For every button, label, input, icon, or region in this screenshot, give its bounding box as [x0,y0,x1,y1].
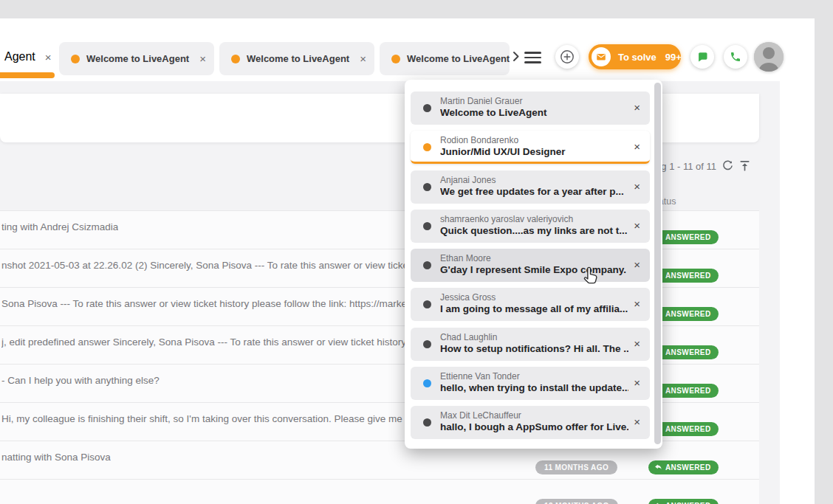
tab-list-item[interactable]: Ettienne Van Tonderhello, when trying to… [411,367,650,400]
close-icon[interactable]: × [634,416,640,427]
status-dot-icon [423,222,431,230]
close-icon[interactable]: × [634,102,640,113]
ticket-preview-text: ting with Andrej Csizmadia [1,221,118,232]
to-solve-label: To solve [618,52,657,63]
cursor-pointer-icon [580,266,601,289]
status-dot-icon [423,183,431,191]
tab-label: Welcome to LiveAgent [407,53,510,64]
add-tab-button[interactable] [555,45,579,69]
tab-list-dropdown: Martin Daniel GrauerWelcome to LiveAgent… [405,80,662,449]
status-badge-label: ANSWERED [665,463,711,472]
status-dot-icon [423,418,431,427]
status-badge-label: ANSWERED [665,233,711,241]
status-dot-icon [423,379,431,387]
ticket-preview-text: Sona Pisova --- To rate this answer or v… [1,298,415,309]
ticket-subject: I am going to message all of my affilia.… [440,303,628,314]
close-icon[interactable]: × [634,141,640,152]
ticket-row[interactable]: 12 MONTHS AGOANSWERED [0,479,759,504]
active-tab-indicator [0,72,55,78]
tab-list-item[interactable]: Jessica GrossI am going to message all o… [411,288,650,321]
contact-name: Ettienne Van Tonder [440,371,520,382]
close-icon[interactable]: × [45,51,52,63]
status-dot-icon [423,300,431,308]
tab-list-item[interactable]: Anjanai JonesWe get free updates for a y… [411,170,650,204]
plus-circle-icon [560,49,575,64]
contact-name: Jessica Gross [440,292,496,303]
orange-dot-icon [71,55,80,63]
status-dot-icon [423,104,431,112]
tab-welcome-1[interactable]: Welcome to LiveAgent × [59,42,214,75]
status-badge: ANSWERED [648,460,719,474]
ticket-subject: Junior/Mid UX/UI Designer [440,146,566,157]
close-icon[interactable]: × [634,220,640,231]
user-avatar[interactable] [754,42,784,72]
tab-list-item[interactable]: Max Dit LeChauffeurhallo, I bough a AppS… [411,406,650,439]
scroll-to-top-icon[interactable] [738,159,751,175]
close-icon[interactable]: × [634,298,640,309]
ticket-preview-text: - Can I help you with anything else? [1,375,160,386]
close-icon[interactable]: × [634,181,640,192]
dropdown-scrollbar[interactable] [654,83,661,444]
status-badge-label: ANSWERED [665,310,711,318]
tab-welcome-2[interactable]: Welcome to LiveAgent × [219,42,374,75]
tab-list-item[interactable]: Ethan MooreG'day I represent Smile Expo … [411,249,650,282]
contact-name: Max Dit LeChauffeur [440,410,521,421]
tab-list-item[interactable]: Rodion BondarenkoJunior/Mid UX/UI Design… [411,131,650,164]
ticket-age-badge: 11 MONTHS AGO [535,460,617,474]
chat-icon [696,51,708,63]
refresh-icon[interactable] [721,159,734,175]
tab-label: Welcome to LiveAgent [86,53,189,64]
to-solve-button[interactable]: To solve 99+ [589,44,681,69]
reply-icon [654,463,662,472]
contact-name: Rodion Bondarenko [440,135,518,145]
status-badge-label: ANSWERED [665,348,711,356]
tab-list-menu-icon[interactable] [524,52,541,63]
tab-label: Welcome to LiveAgent [247,53,349,64]
ticket-subject: Welcome to LiveAgent [440,107,547,118]
ticket-subject: We get free updates for a year after p..… [440,186,624,197]
contact-name: Martin Daniel Grauer [440,96,522,106]
close-icon[interactable]: × [360,53,366,64]
tab-list-item[interactable]: Chad LaughlinHow to setup notifications?… [411,328,650,361]
tab-label: Agent [4,50,35,63]
ticket-subject: Quick question....as my links are not t.… [440,225,628,236]
ticket-subject: hello, when trying to install the update… [440,382,628,393]
tab-welcome-3[interactable]: Welcome to LiveAgent [380,42,510,75]
chats-button[interactable] [690,45,714,69]
close-icon[interactable]: × [634,338,640,349]
ticket-age-badge: 12 MONTHS AGO [535,499,618,504]
close-icon[interactable]: × [199,53,206,64]
status-dot-icon [423,261,431,269]
contact-name: shamraenko yaroslav valeriyovich [440,214,573,224]
close-icon[interactable]: × [634,259,640,270]
tab-agent-active[interactable]: Agent × [0,41,56,73]
status-dot-icon [423,340,431,348]
ticket-preview-text: j, edit predefined answer Sincerely, Son… [1,336,415,348]
inbox-icon [592,47,611,66]
status-badge-label: ANSWERED [665,425,711,433]
contact-name: Chad Laughlin [440,332,497,342]
orange-dot-icon [231,55,240,63]
to-solve-count: 99+ [665,52,682,63]
status-badge-label: ANSWERED [665,272,711,280]
close-icon[interactable]: × [634,377,640,388]
status-badge-label: ANSWERED [665,387,711,395]
orange-dot-icon [391,55,400,63]
status-badge: ANSWERED [648,499,719,504]
ticket-preview-text: nshot 2021-05-03 at 22.26.02 (2) Sincere… [1,260,415,271]
ticket-preview-text: Hi, my colleague is finishing their shif… [1,413,415,424]
ticket-subject: How to setup notifications? Hi all. The … [440,343,628,354]
contact-name: Anjanai Jones [440,175,496,185]
contact-name: Ethan Moore [440,253,491,263]
ticket-subject: hallo, I bough a AppSumo offer for Live.… [440,421,628,432]
chevron-right-icon[interactable] [510,51,521,65]
phone-icon [730,51,741,63]
tab-list-item[interactable]: shamraenko yaroslav valeriyovichQuick qu… [411,210,650,243]
calls-button[interactable] [724,45,747,69]
tab-list-item[interactable]: Martin Daniel GrauerWelcome to LiveAgent… [411,92,650,125]
status-dot-icon [423,143,431,151]
ticket-preview-text: natting with Sona Pisova [1,452,111,463]
